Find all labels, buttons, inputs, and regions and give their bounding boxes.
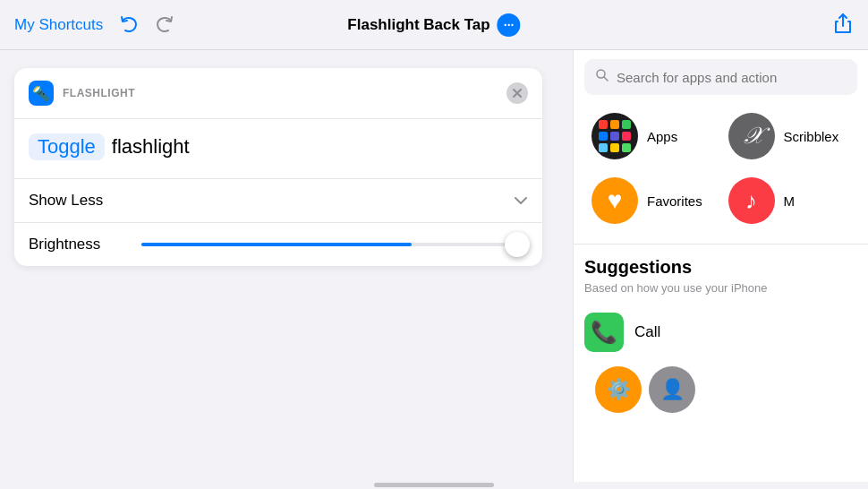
call-label: Call <box>634 323 660 341</box>
show-less-row[interactable]: Show Less <box>14 179 542 223</box>
brightness-label: Brightness <box>29 236 127 253</box>
app-header: My Shortcuts Flashlight Back Tap ··· <box>0 0 868 50</box>
action-title-label: FLASHLIGHT <box>63 87 135 99</box>
slider-thumb[interactable] <box>505 232 530 257</box>
brightness-slider[interactable] <box>141 243 528 246</box>
action-card-body: Toggle flashlight <box>14 119 542 178</box>
flashlight-text: flashlight <box>112 135 190 159</box>
call-icon: 📞 <box>591 320 617 345</box>
show-less-label: Show Less <box>29 192 103 210</box>
category-item-apps[interactable]: Apps <box>584 104 721 168</box>
redo-icon <box>153 13 178 38</box>
close-icon <box>512 88 523 99</box>
app-dot <box>599 132 608 141</box>
flashlight-icon: 🔦 <box>32 85 50 102</box>
app-dot <box>610 132 619 141</box>
partial-icon-1: ⚙️ <box>595 366 642 413</box>
app-dot <box>622 132 631 141</box>
bottom-icons-row: ⚙️ 👤 <box>584 359 857 420</box>
search-icon <box>595 68 609 86</box>
action-card-footer: Show Less Brightness <box>14 178 542 266</box>
apps-label: Apps <box>647 129 677 144</box>
main-content: 🔦 FLASHLIGHT Toggle flashlight <box>0 50 868 482</box>
action-card-header: 🔦 FLASHLIGHT <box>14 68 542 119</box>
action-description: Toggle flashlight <box>29 133 528 160</box>
favorites-category-icon: ♥ <box>591 177 638 224</box>
suggestions-section: Suggestions Based on how you use your iP… <box>574 244 868 482</box>
apps-grid <box>591 113 638 159</box>
slider-fill <box>141 243 412 246</box>
toggle-badge[interactable]: Toggle <box>29 133 105 160</box>
svg-line-4 <box>604 77 608 81</box>
left-panel: 🔦 FLASHLIGHT Toggle flashlight <box>0 50 573 482</box>
app-dot <box>599 120 608 129</box>
header-center: Flashlight Back Tap ··· <box>347 13 520 37</box>
scribblex-label: Scribblex <box>784 129 839 144</box>
scribblex-category-icon: 𝒳 <box>728 113 775 159</box>
more-icon: ··· <box>504 18 515 32</box>
search-bar[interactable] <box>584 59 857 95</box>
chevron-down-icon <box>514 193 528 208</box>
app-dot <box>610 120 619 129</box>
page-title: Flashlight Back Tap <box>347 16 489 34</box>
undo-icon <box>115 13 140 38</box>
suggestions-subtitle: Based on how you use your iPhone <box>584 281 857 295</box>
home-indicator <box>0 482 868 489</box>
my-shortcuts-button[interactable]: My Shortcuts <box>14 16 103 34</box>
more-options-button[interactable]: ··· <box>498 13 521 37</box>
right-panel: Apps 𝒳 Scribblex ♥ Favorites ♪ <box>573 50 868 482</box>
heart-icon: ♥ <box>608 186 623 215</box>
category-item-scribblex[interactable]: 𝒳 Scribblex <box>721 104 858 168</box>
apps-category-icon <box>591 113 638 159</box>
music-note-icon: ♪ <box>745 187 757 215</box>
search-input[interactable] <box>617 70 847 85</box>
undo-button[interactable] <box>115 13 140 38</box>
app-dot <box>622 143 631 152</box>
category-item-favorites[interactable]: ♥ Favorites <box>584 168 721 233</box>
close-action-button[interactable] <box>506 82 528 104</box>
music-category-icon: ♪ <box>728 177 775 224</box>
categories-grid: Apps 𝒳 Scribblex ♥ Favorites ♪ <box>574 104 868 244</box>
suggestion-item-call[interactable]: 📞 Call <box>584 305 857 359</box>
home-bar <box>374 483 494 487</box>
share-icon <box>832 13 854 34</box>
redo-button[interactable] <box>153 13 178 38</box>
category-item-music[interactable]: ♪ M <box>721 168 858 233</box>
flashlight-icon-bg: 🔦 <box>29 81 54 106</box>
action-title-row: 🔦 FLASHLIGHT <box>29 81 135 106</box>
brightness-row: Brightness <box>14 223 542 266</box>
suggestions-title: Suggestions <box>584 244 857 281</box>
partial-icon-2: 👤 <box>649 366 695 413</box>
app-dot <box>622 120 631 129</box>
app-dot <box>610 143 619 152</box>
app-dot <box>599 143 608 152</box>
share-button[interactable] <box>832 13 854 37</box>
action-card: 🔦 FLASHLIGHT Toggle flashlight <box>14 68 542 266</box>
music-label: M <box>784 193 796 209</box>
favorites-label: Favorites <box>647 193 702 209</box>
call-icon-bg: 📞 <box>584 313 624 352</box>
